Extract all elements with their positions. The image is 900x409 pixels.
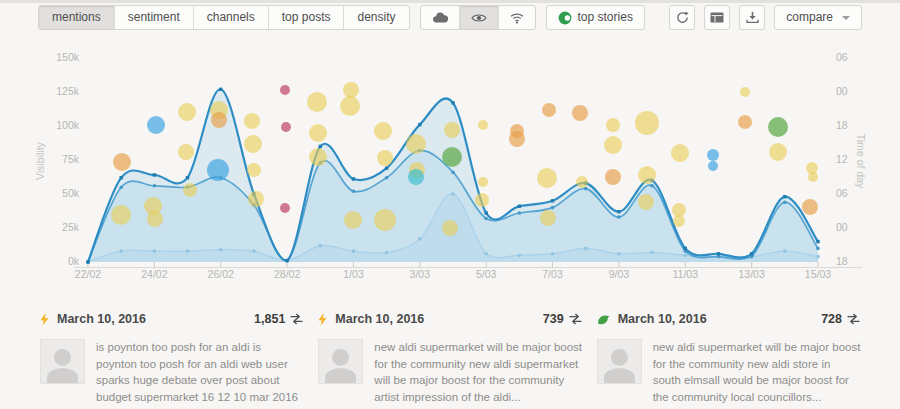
- story-bubble[interactable]: [408, 169, 424, 185]
- story-bubble[interactable]: [707, 149, 719, 161]
- story-bubble[interactable]: [281, 122, 291, 132]
- story-bubble[interactable]: [635, 111, 659, 135]
- story-bubble[interactable]: [374, 122, 392, 140]
- story-bubble[interactable]: [307, 92, 327, 112]
- story-bubble[interactable]: [247, 163, 261, 177]
- story-bubble[interactable]: [576, 176, 588, 188]
- tab-channels[interactable]: channels: [193, 6, 268, 29]
- story-bubble[interactable]: [605, 169, 621, 185]
- story-bubble[interactable]: [248, 191, 264, 207]
- story-bubble[interactable]: [344, 211, 362, 229]
- marker-visibility-secondary: [816, 247, 820, 251]
- story-bubble[interactable]: [280, 203, 290, 213]
- view-cloud-button[interactable]: [421, 6, 459, 29]
- story-bubble[interactable]: [374, 209, 396, 231]
- refresh-button[interactable]: [669, 5, 695, 30]
- story-bubble[interactable]: [111, 205, 131, 225]
- story-bubble[interactable]: [178, 103, 196, 121]
- story-bubble[interactable]: [542, 103, 556, 117]
- story-bubble[interactable]: [183, 183, 197, 197]
- story-card[interactable]: March 10, 2016 739 new aldi supermarket …: [318, 312, 582, 409]
- marker-visibility-tertiary: [684, 253, 688, 257]
- story-bubble[interactable]: [147, 211, 163, 227]
- story-bubble[interactable]: [768, 117, 788, 137]
- y-axis-title-right: Time of day: [855, 134, 867, 189]
- story-bubble[interactable]: [207, 159, 229, 181]
- story-bubble[interactable]: [802, 199, 818, 215]
- y-tick-label-right: 00: [836, 85, 848, 97]
- tab-sentiment[interactable]: sentiment: [114, 6, 193, 29]
- story-date: March 10, 2016: [618, 312, 707, 326]
- story-bubble[interactable]: [244, 135, 262, 153]
- story-bubble[interactable]: [442, 220, 458, 236]
- story-bubble[interactable]: [509, 131, 525, 147]
- y-axis-title-left: Visibility: [34, 141, 46, 179]
- marker-visibility-secondary: [518, 211, 522, 215]
- story-bubble[interactable]: [211, 112, 227, 128]
- marker-visibility-main: [86, 260, 89, 263]
- story-bubble[interactable]: [309, 148, 327, 166]
- story-card[interactable]: March 10, 2016 1,851 is poynton too posh…: [40, 312, 304, 409]
- story-bubble[interactable]: [280, 85, 290, 95]
- story-bubble[interactable]: [444, 122, 460, 138]
- retweet-icon: [289, 313, 304, 325]
- marker-visibility-tertiary: [451, 192, 455, 196]
- bird-icon: [597, 314, 610, 325]
- story-bubble[interactable]: [572, 105, 588, 121]
- marker-visibility-main: [717, 252, 720, 255]
- story-bubble[interactable]: [475, 193, 489, 207]
- top-stories-label: top stories: [578, 10, 633, 25]
- story-bubble[interactable]: [673, 215, 685, 227]
- story-bubble[interactable]: [478, 177, 488, 187]
- y-tick-label-left: 125k: [56, 85, 80, 97]
- story-bubble[interactable]: [147, 116, 165, 134]
- top-stories-toggle[interactable]: top stories: [546, 5, 645, 30]
- marker-visibility-tertiary: [584, 247, 588, 251]
- avatar: [318, 339, 363, 384]
- retweet-icon: [568, 313, 583, 325]
- story-bubble[interactable]: [740, 87, 750, 97]
- story-bubble[interactable]: [738, 115, 752, 129]
- story-bubble[interactable]: [343, 82, 359, 98]
- story-bubble[interactable]: [478, 120, 488, 130]
- story-bubble[interactable]: [442, 147, 462, 167]
- story-bubble[interactable]: [638, 166, 656, 184]
- compare-dropdown[interactable]: compare: [774, 5, 862, 30]
- marker-visibility-tertiary: [717, 255, 721, 259]
- marker-visibility-tertiary: [617, 252, 621, 256]
- story-bubble[interactable]: [537, 168, 557, 188]
- y-tick-label-left: 0k: [68, 255, 80, 267]
- story-bubble[interactable]: [708, 161, 718, 171]
- story-bubble[interactable]: [672, 203, 686, 217]
- story-bubble[interactable]: [606, 118, 620, 132]
- story-bubble[interactable]: [808, 172, 818, 182]
- y-tick-label-left: 50k: [62, 187, 80, 199]
- tab-top-posts[interactable]: top posts: [268, 6, 344, 29]
- story-bubble[interactable]: [340, 96, 360, 116]
- story-card[interactable]: March 10, 2016 728 new aldi supermarket …: [597, 312, 861, 409]
- view-bubbles-button[interactable]: [459, 6, 498, 29]
- story-bubble[interactable]: [769, 143, 787, 161]
- y-tick-label-left: 150k: [56, 51, 80, 63]
- retweet-icon: [846, 313, 861, 325]
- table-button[interactable]: [704, 5, 730, 30]
- marker-visibility-main: [451, 101, 454, 104]
- top-stories-cards: March 10, 2016 1,851 is poynton too posh…: [40, 312, 861, 409]
- story-bubble[interactable]: [604, 136, 622, 154]
- download-button[interactable]: [739, 5, 765, 30]
- story-bubble[interactable]: [178, 144, 194, 160]
- view-signal-button[interactable]: [498, 6, 535, 29]
- story-bubble[interactable]: [244, 113, 260, 129]
- tab-density[interactable]: density: [343, 6, 408, 29]
- story-bubble[interactable]: [540, 210, 556, 226]
- story-bubble[interactable]: [113, 153, 131, 171]
- story-bubble[interactable]: [638, 194, 654, 210]
- bolt-icon: [318, 313, 327, 326]
- marker-visibility-tertiary: [750, 255, 754, 259]
- story-bubble[interactable]: [377, 150, 393, 166]
- story-bubble[interactable]: [406, 134, 426, 154]
- marker-visibility-secondary: [153, 184, 157, 188]
- story-bubble[interactable]: [309, 124, 327, 142]
- story-bubble[interactable]: [671, 144, 689, 162]
- tab-mentions[interactable]: mentions: [39, 6, 114, 29]
